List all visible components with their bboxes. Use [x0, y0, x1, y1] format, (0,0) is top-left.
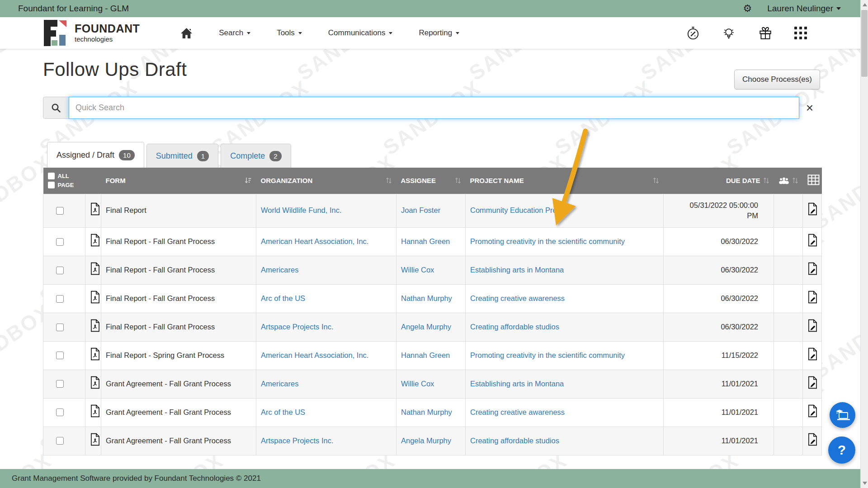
project-name-link[interactable]: Establishing arts in Montana: [470, 380, 564, 388]
page-title: Follow Ups Draft: [43, 59, 187, 80]
pdf-file-icon[interactable]: [90, 404, 100, 418]
assignee-link[interactable]: Joan Foster: [401, 206, 440, 214]
organization-link[interactable]: Americares: [261, 380, 298, 388]
user-menu[interactable]: Lauren Neulinger: [767, 4, 841, 14]
sort-updown-icon[interactable]: [653, 177, 659, 184]
project-name-link[interactable]: Creating affordable studios: [470, 436, 559, 445]
row-checkbox[interactable]: [56, 238, 64, 246]
assignee-link[interactable]: Angela Murphy: [401, 436, 451, 445]
header-form[interactable]: FORM: [101, 168, 256, 194]
tab-complete[interactable]: Complete 2: [221, 144, 291, 168]
edit-followup-icon[interactable]: [807, 202, 818, 216]
row-checkbox[interactable]: [56, 408, 64, 416]
timer-compass-button[interactable]: [687, 26, 699, 40]
pdf-file-icon[interactable]: [90, 202, 100, 216]
form-name: Final Report - Spring Grant Process: [101, 342, 256, 370]
sort-updown-icon[interactable]: [455, 177, 461, 184]
assignee-link[interactable]: Willie Cox: [401, 266, 434, 274]
pdf-file-icon[interactable]: [90, 291, 100, 304]
project-name-link[interactable]: Promoting creativity in the scientific c…: [470, 351, 625, 359]
pdf-file-icon[interactable]: [90, 347, 100, 361]
organization-link[interactable]: Arc of the US: [261, 294, 305, 302]
nav-tools[interactable]: Tools: [277, 28, 302, 38]
edit-followup-icon[interactable]: [807, 319, 818, 332]
row-checkbox[interactable]: [56, 267, 64, 274]
organization-link[interactable]: American Heart Association, Inc.: [261, 237, 368, 245]
count-badge: 10: [119, 150, 135, 160]
chevron-down-icon: [456, 32, 459, 34]
sort-amount-icon[interactable]: [244, 177, 252, 184]
scrollbar-thumb[interactable]: [861, 10, 868, 77]
project-name-link[interactable]: Creating creative awareness: [470, 408, 565, 416]
project-name-link[interactable]: Creating creative awareness: [470, 294, 565, 302]
select-all-checkbox[interactable]: [48, 173, 55, 179]
project-name-link[interactable]: Promoting creativity in the scientific c…: [470, 237, 625, 245]
home-icon: [180, 28, 193, 39]
header-assignee[interactable]: ASSIGNEE: [396, 168, 466, 194]
gear-icon[interactable]: ⚙: [743, 4, 752, 14]
clear-search-button[interactable]: ×: [799, 97, 820, 119]
project-name-link[interactable]: Establishing arts in Montana: [470, 266, 564, 274]
sort-updown-icon[interactable]: [763, 177, 769, 184]
tab-assigned-draft[interactable]: Assigned / Draft 10: [47, 142, 144, 168]
home-button[interactable]: [180, 28, 193, 39]
project-name-link[interactable]: Creating affordable studios: [470, 323, 559, 331]
apps-menu-button[interactable]: [794, 27, 807, 39]
header-organization[interactable]: ORGANIZATION: [256, 168, 396, 194]
nav-search[interactable]: Search: [219, 28, 250, 38]
learning-lab-button[interactable]: [830, 402, 855, 428]
organization-link[interactable]: Americares: [261, 266, 298, 274]
assignee-link[interactable]: Nathan Murphy: [401, 294, 452, 302]
foundant-logo[interactable]: FOUNDANT technologies: [43, 20, 140, 46]
organization-link[interactable]: World Wildlife Fund, Inc.: [261, 206, 342, 214]
help-button[interactable]: ?: [828, 436, 855, 464]
row-checkbox[interactable]: [56, 207, 64, 215]
organization-link[interactable]: Artspace Projects Inc.: [261, 436, 333, 445]
edit-followup-icon[interactable]: [807, 291, 818, 304]
laptop-graduation-icon: [835, 408, 850, 422]
organization-link[interactable]: Artspace Projects Inc.: [261, 323, 333, 331]
form-name: Grant Agreement - Fall Grant Process: [101, 370, 256, 398]
select-page-checkbox[interactable]: [48, 182, 55, 188]
edit-followup-icon[interactable]: [807, 347, 818, 361]
row-checkbox[interactable]: [56, 324, 64, 331]
edit-followup-icon[interactable]: [807, 376, 818, 389]
quick-search-input[interactable]: [69, 97, 799, 119]
rewards-button[interactable]: [758, 26, 773, 40]
project-name-link[interactable]: Community Education Project: [470, 206, 568, 214]
row-checkbox[interactable]: [56, 437, 64, 445]
tab-submitted[interactable]: Submitted 1: [146, 144, 218, 168]
scroll-down-arrow[interactable]: [863, 482, 867, 485]
pdf-file-icon[interactable]: [90, 262, 100, 275]
choose-process-button[interactable]: Choose Process(es): [734, 70, 820, 89]
organization-link[interactable]: Arc of the US: [261, 408, 305, 416]
header-project-name[interactable]: PROJECT NAME: [466, 168, 664, 194]
row-checkbox[interactable]: [56, 295, 64, 303]
header-assignees-group[interactable]: [774, 168, 803, 194]
header-columns-config[interactable]: [803, 168, 822, 194]
pdf-file-icon[interactable]: [90, 433, 100, 446]
row-checkbox[interactable]: [56, 380, 64, 388]
vertical-scrollbar[interactable]: [860, 0, 868, 488]
scroll-up-arrow[interactable]: [863, 3, 867, 6]
edit-followup-icon[interactable]: [807, 234, 818, 247]
sort-updown-icon[interactable]: [792, 177, 798, 184]
assignee-link[interactable]: Angela Murphy: [401, 323, 451, 331]
pdf-file-icon[interactable]: [90, 376, 100, 389]
edit-followup-icon[interactable]: [807, 404, 818, 418]
pdf-file-icon[interactable]: [90, 234, 100, 247]
pdf-file-icon[interactable]: [90, 319, 100, 332]
row-checkbox[interactable]: [56, 352, 64, 359]
header-due-date[interactable]: DUE DATE: [664, 168, 774, 194]
assignee-link[interactable]: Hannah Green: [401, 351, 450, 359]
edit-followup-icon[interactable]: [807, 433, 818, 446]
edit-followup-icon[interactable]: [807, 262, 818, 275]
ideas-button[interactable]: [721, 26, 736, 40]
nav-reporting[interactable]: Reporting: [419, 28, 459, 38]
nav-communications[interactable]: Communications: [328, 28, 393, 38]
assignee-link[interactable]: Nathan Murphy: [401, 408, 452, 416]
organization-link[interactable]: American Heart Association, Inc.: [261, 351, 368, 359]
sort-updown-icon[interactable]: [386, 177, 392, 184]
assignee-link[interactable]: Hannah Green: [401, 237, 450, 245]
assignee-link[interactable]: Willie Cox: [401, 380, 434, 388]
